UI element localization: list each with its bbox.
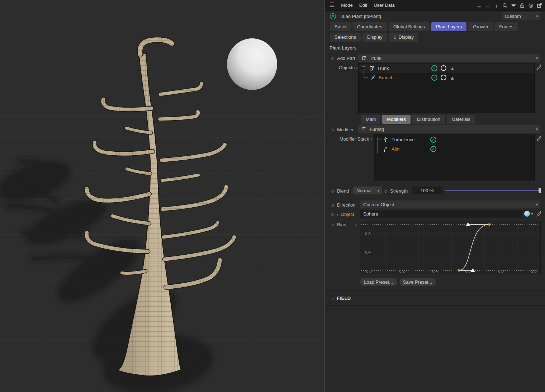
object-link-value: Sphere [363,211,378,217]
tab-row-1: Basic Coordinates Global Settings Plant … [330,22,518,31]
strength-value-field[interactable]: 100 % [412,186,442,194]
chevron-right-icon: › [332,296,333,301]
eyedropper-icon[interactable] [536,135,542,142]
tab-selections[interactable]: Selections [330,33,361,42]
svg-text:0.0: 0.0 [366,269,371,273]
modifier-stack-list[interactable]: Turbulence ✓ Aim ✓ [374,134,535,181]
state-triangle-icon[interactable]: ▲ [450,75,455,80]
up-icon[interactable]: ↑ [493,3,499,9]
menu-user-data[interactable]: User Data [374,3,395,8]
subtab-main[interactable]: Main [361,115,380,124]
subtab-distribution[interactable]: Distribution [412,115,445,124]
strength-slider[interactable] [445,186,541,194]
state-triangle-icon[interactable]: ▲ [450,66,455,71]
objects-list[interactable]: − Trunk ✓ ▲ Branch [358,63,535,113]
slider-handle[interactable] [539,188,541,193]
tab-display[interactable]: Display [362,33,387,42]
eyedropper-icon[interactable] [536,211,542,217]
lock-icon[interactable] [519,3,525,9]
keyframe-diamond-icon[interactable]: ◇ [384,189,387,193]
aim-icon [383,146,389,152]
add-part-dropdown[interactable]: Trunk ▾ [358,54,540,62]
state-circle-icon[interactable] [441,75,446,80]
direction-dropdown[interactable]: Custom Object ▾ [360,200,540,208]
enabled-check-icon[interactable]: ✓ [430,137,436,143]
tab-plant-layers[interactable]: Plant Layers [431,22,466,31]
back-icon[interactable]: ← [476,3,482,9]
keyframe-diamond-icon[interactable]: ◇ [331,127,334,132]
modifier-name[interactable]: Turbulence [392,137,415,142]
object-header: Taiao Plant [toPlant] Custom ▾ [325,11,545,22]
modifier-name[interactable]: Aim [392,146,399,152]
keyframe-diamond-icon[interactable]: ◇ [331,203,334,207]
branch-icon [370,75,376,81]
viewport-3d[interactable] [0,0,324,392]
subtab-materials[interactable]: Materials [447,115,475,124]
svg-text:0.2: 0.2 [399,269,404,273]
divider [325,305,545,306]
blend-value: Normal [356,188,371,193]
collapse-expander-icon[interactable]: − [362,66,365,70]
menu-mode[interactable]: Mode [341,3,353,8]
tab-forces[interactable]: Forces [494,22,518,31]
object-row-trunk[interactable]: − Trunk ✓ ▲ [359,63,534,73]
viewport-canvas [0,0,324,392]
subtab-row: Main Modifiers Distribution Materials [361,115,475,124]
chevron-right-icon[interactable]: › [356,65,357,70]
tab-basic[interactable]: Basic [330,22,351,31]
subtab-modifiers[interactable]: Modifiers [382,115,411,124]
save-preset-button[interactable]: Save Preset... [399,278,436,286]
strength-label: Strength [390,188,408,194]
enabled-check-icon[interactable]: ✓ [430,146,436,152]
enabled-check-icon[interactable]: ✓ [431,65,437,71]
filter-icon[interactable] [511,3,517,9]
preset-dropdown[interactable]: Custom ▾ [502,12,540,20]
divider [325,290,545,291]
load-preset-button[interactable]: Load Preset... [360,278,397,286]
tab-global-settings[interactable]: Global Settings [389,22,430,31]
modifier-row-turbulence[interactable]: Turbulence ✓ [374,135,534,144]
target-icon[interactable]: ◎ [528,3,534,9]
chevron-down-icon[interactable]: ▾ [377,188,379,193]
blend-dropdown[interactable]: Normal ▾ [353,186,382,194]
chevron-down-icon[interactable]: ▾ [536,127,538,132]
sphere-object[interactable] [227,38,277,90]
state-circle-icon[interactable] [441,65,446,71]
sphere-object-icon[interactable] [524,211,530,217]
object-name[interactable]: Branch [379,75,393,80]
external-link-icon[interactable] [536,3,542,9]
svg-text:0.4: 0.4 [365,250,370,254]
keyframe-diamond-icon[interactable]: ◇ [331,222,334,227]
plant-logo-icon [330,13,336,20]
tab-display-2[interactable]: ⌂ Display [389,33,418,42]
chevron-down-icon[interactable]: ▾ [536,202,538,207]
search-icon[interactable] [502,3,508,9]
slider-track[interactable] [445,190,541,191]
modifier-row-aim[interactable]: Aim ✓ [374,144,534,154]
bias-curve-editor[interactable]: 0.40.80.00.20.40.60.81.0 [360,221,541,274]
field-section-header[interactable]: › FIELD [325,293,545,303]
svg-text:0.8: 0.8 [365,232,370,236]
modifier-dropdown[interactable]: Furling ▾ [358,125,540,133]
keyframe-diamond-icon[interactable]: ◇ [331,56,334,61]
object-link-field[interactable]: Sphere [360,210,522,218]
forward-icon[interactable]: → [485,3,491,9]
tab-growth[interactable]: Growth [468,22,493,31]
chevron-down-icon[interactable]: ▾ [534,12,540,20]
chevron-down-icon[interactable]: ▾ [531,212,533,216]
turbulence-icon [383,137,389,143]
hamburger-icon[interactable]: ☰ [329,2,335,8]
chevron-right-icon[interactable]: › [370,136,372,141]
modifier-stack-label: Modifier Stack [330,136,369,142]
keyframe-diamond-icon[interactable]: ◇ [331,189,334,193]
eyedropper-icon[interactable] [536,64,542,70]
keyframe-diamond-icon[interactable]: ◇ [331,212,334,217]
object-row-branch[interactable]: Branch ✓ ▲ [359,73,534,82]
enabled-check-icon[interactable]: ✓ [431,75,437,81]
chevron-right-icon[interactable]: › [337,212,338,217]
tab-coordinates[interactable]: Coordinates [352,22,387,31]
menu-edit[interactable]: Edit [359,3,367,8]
chevron-down-icon[interactable]: ▾ [536,56,538,61]
chevron-right-icon[interactable]: › [355,222,357,227]
object-name[interactable]: Trunk [377,66,389,71]
